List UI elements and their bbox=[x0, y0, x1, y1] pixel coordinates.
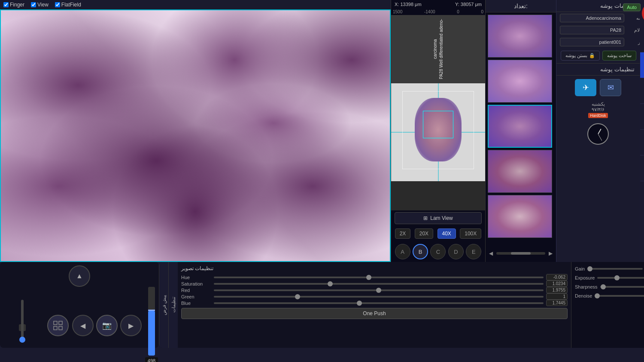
nav-icon-user[interactable]: 👤 bbox=[640, 27, 644, 52]
flatfield-checkbox[interactable] bbox=[55, 2, 60, 7]
viewer-panel: Finger View FlatField bbox=[0, 0, 391, 262]
flatfield-label: FlatField bbox=[61, 2, 81, 8]
green-slider[interactable] bbox=[214, 296, 544, 298]
save-folder-label: بستن پوشه bbox=[565, 53, 587, 58]
scroll-left-arrow[interactable]: ◀ bbox=[487, 249, 495, 257]
saturation-row: Saturation bbox=[181, 280, 568, 287]
thumbnail-scroll-bar[interactable]: ◀ ▶ bbox=[486, 249, 556, 258]
nav-view[interactable]: PA28 Well differentiated adeno- carcinom… bbox=[391, 15, 485, 210]
svg-rect-1 bbox=[59, 321, 62, 325]
blue-label: Blue bbox=[181, 301, 211, 306]
focus-area: 498 bbox=[145, 287, 158, 362]
email-button[interactable]: ✉ bbox=[600, 79, 621, 96]
mag-40x-button[interactable]: 40X bbox=[437, 228, 456, 239]
far-right-panel: تنظیمات پوشه نام پوشه شماره لام نام بیما… bbox=[556, 0, 640, 262]
hue-value[interactable] bbox=[546, 274, 568, 280]
telegram-button[interactable]: ✈ bbox=[575, 79, 596, 96]
joystick-right-button[interactable]: ▶ bbox=[120, 315, 142, 336]
green-value[interactable] bbox=[546, 293, 568, 300]
abc-c-button[interactable]: C bbox=[430, 244, 446, 259]
center-section: Finger View FlatField bbox=[0, 0, 644, 362]
view-checkbox[interactable] bbox=[31, 2, 36, 7]
joystick-top-row: ▲ bbox=[69, 265, 90, 287]
focus-value: 498 bbox=[145, 357, 158, 362]
denoise-slider[interactable] bbox=[595, 295, 644, 297]
joystick-mid-row: 1 ◀ 📷 bbox=[1, 287, 158, 362]
scan-area[interactable] bbox=[391, 83, 485, 181]
hue-row: Hue bbox=[181, 274, 568, 280]
camera-button[interactable]: 📷 bbox=[96, 315, 118, 336]
center-top: Finger View FlatField bbox=[0, 0, 644, 262]
thumbnail-3[interactable] bbox=[488, 105, 552, 148]
red-slider[interactable] bbox=[214, 289, 544, 291]
blue-row: Blue bbox=[181, 300, 568, 306]
exposure-row: Exposure bbox=[575, 274, 644, 281]
make-folder-button[interactable]: ساخت پوشه bbox=[602, 51, 636, 61]
saturation-value[interactable] bbox=[546, 280, 568, 287]
scroll-right-arrow[interactable]: ▶ bbox=[547, 249, 554, 257]
settings-tab: تنظیمات bbox=[168, 262, 178, 348]
mag-20x-button[interactable]: 20X bbox=[415, 228, 433, 239]
nav-icon-folder[interactable]: 📁 bbox=[640, 78, 644, 104]
blue-value[interactable] bbox=[546, 300, 568, 306]
focus-center-button[interactable] bbox=[47, 315, 69, 336]
focus-handle bbox=[148, 310, 155, 311]
thumbnail-4[interactable] bbox=[488, 150, 552, 193]
app-container: Finger View FlatField bbox=[0, 0, 644, 362]
joystick-left-button[interactable]: ◀ bbox=[72, 315, 94, 336]
lam-view-button[interactable]: ⊞ Lam View bbox=[395, 212, 482, 224]
zoom-area: 1 bbox=[1, 320, 44, 331]
finger-label: Finger bbox=[10, 2, 24, 8]
harddisk-badge: HardDisk bbox=[588, 113, 608, 118]
joystick-up-button[interactable]: ▲ bbox=[69, 265, 90, 287]
view-checkbox-item[interactable]: View bbox=[31, 2, 49, 8]
saturation-slider[interactable] bbox=[214, 283, 544, 285]
gain-slider[interactable] bbox=[587, 268, 643, 270]
lam-icon: ⊞ bbox=[423, 215, 428, 221]
slide-bottom bbox=[391, 181, 485, 210]
nav-icon-eject[interactable]: ⏏ bbox=[640, 104, 644, 130]
view-label: View bbox=[37, 2, 49, 8]
nav-icon-device[interactable]: 📱 bbox=[640, 155, 644, 181]
abc-e-button[interactable]: E bbox=[466, 244, 481, 259]
clock-hour-hand bbox=[598, 128, 601, 134]
thumbnail-5[interactable] bbox=[488, 195, 552, 238]
thumbnail-1[interactable] bbox=[488, 15, 552, 58]
abc-d-button[interactable]: D bbox=[448, 244, 464, 259]
microscope-view[interactable] bbox=[0, 9, 391, 262]
flatfield-checkbox-item[interactable]: FlatField bbox=[55, 2, 81, 8]
save-folder-button[interactable]: 🔒 بستن پوشه bbox=[561, 51, 600, 61]
nav-icon-settings[interactable]: ⚙ bbox=[640, 130, 644, 155]
finger-checkbox-item[interactable]: Finger bbox=[3, 2, 24, 8]
mag-2x-button[interactable]: 2X bbox=[395, 228, 411, 239]
magnification-buttons: 2X 20X 40X 100X bbox=[391, 226, 485, 241]
exposure-slider[interactable] bbox=[597, 277, 644, 279]
hue-slider[interactable] bbox=[214, 277, 544, 278]
thumbnail-scroll[interactable] bbox=[486, 12, 556, 249]
folder-name-field: نام پوشه bbox=[556, 12, 640, 24]
date-label: ۹۷/۳/۶ bbox=[560, 107, 636, 113]
folder-name-input[interactable] bbox=[560, 14, 624, 22]
ruler-1: 1500 bbox=[393, 9, 402, 14]
thumbnail-2[interactable] bbox=[488, 60, 552, 103]
abc-a-button[interactable]: A bbox=[395, 244, 410, 259]
patient-name-input[interactable] bbox=[560, 38, 624, 46]
preset-tab: پیش فرض bbox=[159, 262, 168, 348]
red-value[interactable] bbox=[546, 287, 568, 293]
nav-icon-microscope[interactable]: 🔬 bbox=[640, 52, 644, 78]
finger-checkbox[interactable] bbox=[3, 2, 9, 7]
saturation-label: Saturation bbox=[181, 281, 211, 286]
nav-crosshair-box bbox=[423, 111, 453, 138]
telegram-icon: ✈ bbox=[583, 83, 589, 92]
day-label: یکشنبه bbox=[560, 101, 636, 107]
zoom-slider[interactable] bbox=[21, 300, 24, 343]
sharpness-slider[interactable] bbox=[600, 286, 644, 288]
scroll-track[interactable] bbox=[496, 252, 545, 255]
settings-section-title: تنظیمات پوشه bbox=[556, 63, 640, 76]
gain-label: Gain bbox=[575, 266, 585, 271]
one-push-button[interactable]: One Push bbox=[181, 308, 568, 319]
mag-100x-button[interactable]: 100X bbox=[460, 228, 481, 239]
abc-b-button[interactable]: B bbox=[413, 244, 428, 259]
blue-slider[interactable] bbox=[214, 302, 544, 304]
slide-number-input[interactable] bbox=[560, 26, 624, 34]
